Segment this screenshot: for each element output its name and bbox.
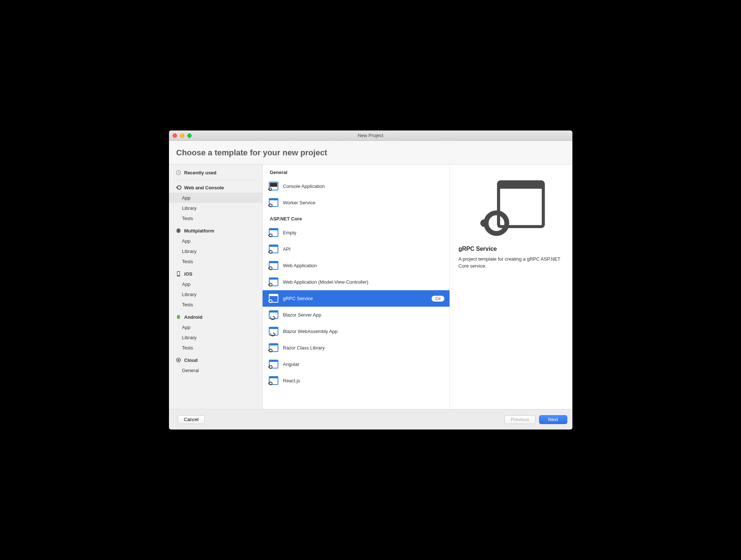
previous-button[interactable]: Previous [504, 415, 535, 424]
category-label: Android [184, 314, 203, 320]
sidebar-item-label: App [182, 195, 191, 201]
template-item[interactable]: React.js [263, 372, 450, 389]
svg-rect-45 [269, 344, 278, 345]
sidebar-item-label: App [182, 281, 191, 287]
category-label: Cloud [184, 357, 198, 363]
new-project-dialog: New Project Choose a template for your n… [169, 130, 572, 430]
template-title: gRPC Service [459, 246, 564, 252]
sidebar-item[interactable]: App [169, 279, 262, 289]
svg-rect-42 [269, 327, 278, 329]
sidebar-category[interactable]: Cloud [169, 355, 262, 365]
template-item[interactable]: Razor Class Library [263, 340, 450, 356]
template-item[interactable]: Angular [263, 356, 450, 372]
sidebar-item[interactable]: General [169, 365, 262, 375]
template-icon [268, 261, 279, 271]
sidebar-item[interactable]: App [169, 236, 262, 246]
sidebar-item-label: Library [182, 205, 197, 211]
svg-point-40 [270, 316, 271, 317]
sidebar-item[interactable]: Tests [169, 343, 262, 353]
dialog-heading: Choose a template for your new project [176, 148, 565, 158]
sidebar-category[interactable]: Web and Console [169, 182, 262, 193]
sidebar-item-label: App [182, 238, 191, 244]
svg-rect-5 [177, 272, 180, 276]
sidebar-category[interactable]: Multiplatform [169, 226, 262, 236]
template-label: Angular [283, 362, 444, 367]
sidebar-item[interactable]: Tests [169, 213, 262, 223]
sidebar-item-label: Library [182, 249, 197, 254]
template-icon [268, 277, 279, 287]
template-label: Worker Service [283, 200, 444, 205]
svg-point-9 [177, 359, 179, 361]
template-item[interactable]: Empty [263, 224, 450, 241]
template-label: Web Application (Model-View-Controller) [283, 279, 444, 285]
template-item[interactable]: Blazor Server App [263, 307, 450, 323]
next-button[interactable]: Next [539, 415, 567, 424]
template-item[interactable]: Console Application [263, 178, 450, 194]
category-label: iOS [184, 271, 192, 277]
sidebar-recently-used[interactable]: Recently used [169, 167, 262, 178]
svg-point-37 [268, 300, 270, 302]
minimize-window-button[interactable] [180, 133, 184, 138]
template-group-header: ASP.NET Core [263, 211, 450, 224]
svg-point-21 [268, 235, 270, 236]
template-icon [268, 198, 279, 208]
template-label: API [283, 246, 444, 252]
template-label: Console Application [283, 183, 444, 189]
template-label: Razor Class Library [283, 345, 444, 351]
dialog-body: Recently used Web and ConsoleAppLibraryT… [169, 164, 572, 409]
svg-point-25 [268, 251, 270, 253]
template-label: Blazor WebAssembly App [283, 329, 444, 334]
template-label: gRPC Service [283, 296, 428, 301]
svg-point-43 [270, 333, 271, 333]
template-label: Blazor Server App [283, 312, 444, 318]
close-window-button[interactable] [173, 133, 177, 138]
dotnet-icon [176, 185, 181, 190]
svg-rect-19 [269, 228, 278, 230]
svg-line-7 [179, 315, 180, 315]
template-icon [268, 376, 279, 386]
template-item[interactable]: API [263, 241, 450, 257]
svg-rect-53 [269, 377, 278, 378]
sidebar-item[interactable]: Library [169, 332, 262, 343]
svg-line-6 [177, 315, 178, 315]
template-icon [268, 181, 279, 192]
category-label: Multiplatform [184, 228, 214, 234]
phone-icon [176, 271, 181, 277]
svg-rect-15 [269, 198, 278, 200]
svg-rect-31 [269, 278, 278, 280]
sidebar-item-label: Tests [182, 345, 193, 351]
sidebar-category[interactable]: iOS [169, 269, 262, 279]
dialog-footer: Cancel Previous Next [169, 409, 572, 430]
svg-rect-11 [270, 183, 277, 187]
sidebar-item-label: Library [182, 335, 197, 340]
template-item[interactable]: Web Application [263, 257, 450, 274]
svg-rect-23 [269, 245, 278, 247]
sidebar-item[interactable]: Library [169, 203, 262, 213]
multiplatform-icon [176, 228, 181, 234]
sidebar-item[interactable]: Library [169, 289, 262, 299]
svg-point-17 [268, 205, 270, 206]
template-item[interactable]: Blazor WebAssembly App [263, 323, 450, 340]
template-item[interactable]: Worker Service [263, 194, 450, 211]
sidebar-item[interactable]: Library [169, 246, 262, 256]
sidebar-item[interactable]: App [169, 193, 262, 203]
sidebar-item[interactable]: Tests [169, 256, 262, 266]
clock-icon [176, 170, 181, 175]
svg-point-51 [268, 366, 270, 368]
svg-point-55 [268, 383, 270, 384]
template-icon [268, 326, 279, 337]
window-controls [173, 133, 192, 138]
sidebar-item[interactable]: Tests [169, 299, 262, 310]
template-item[interactable]: Web Application (Model-View-Controller) [263, 274, 450, 290]
cancel-button[interactable]: Cancel [178, 415, 205, 424]
category-sidebar: Recently used Web and ConsoleAppLibraryT… [169, 164, 263, 409]
template-icon [268, 228, 279, 238]
sidebar-item[interactable]: App [169, 322, 262, 332]
template-item[interactable]: gRPC ServiceC# [263, 290, 450, 307]
zoom-window-button[interactable] [187, 133, 192, 138]
sidebar-item-label: Tests [182, 216, 193, 221]
template-icon [268, 343, 279, 353]
sidebar-item-label: App [182, 325, 191, 330]
sidebar-category[interactable]: Android [169, 312, 262, 322]
sidebar-item-label: General [182, 368, 199, 373]
